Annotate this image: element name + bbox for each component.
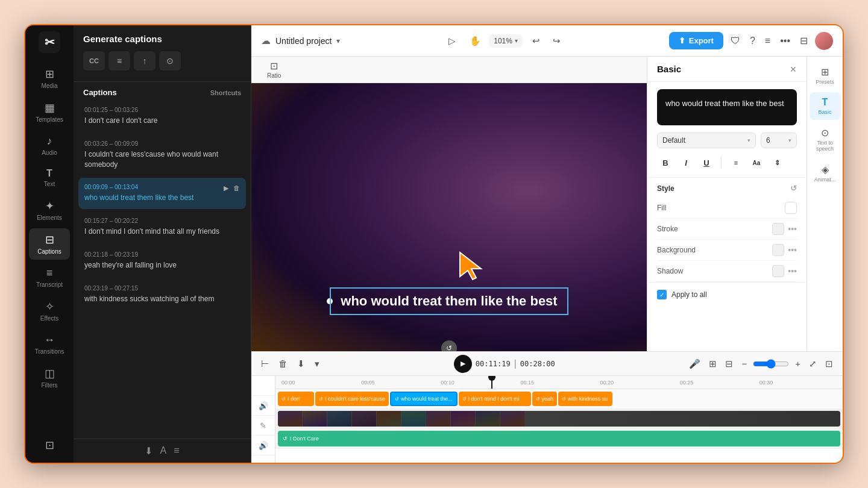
caption-clip-4[interactable]: ↺ I don't mind I don't mi xyxy=(459,392,531,406)
background-more-btn[interactable]: ••• xyxy=(788,245,797,255)
font-family-select[interactable]: Default ▾ xyxy=(657,133,756,148)
bold-btn[interactable]: B xyxy=(657,154,674,171)
stroke-swatch[interactable] xyxy=(772,223,784,235)
caption-time-4: 00:15:27 – 00:20:22 xyxy=(84,217,240,224)
preset-item-basic[interactable]: T Basic xyxy=(810,92,841,120)
edit-track-icon[interactable]: ✎ xyxy=(251,416,275,436)
caption-time-5: 00:21:18 – 00:23:19 xyxy=(84,251,240,258)
sidebar-item-text[interactable]: T Text xyxy=(29,163,70,192)
zoom-out-btn[interactable]: − xyxy=(739,356,749,371)
user-avatar[interactable] xyxy=(815,32,833,50)
preset-item-tts[interactable]: ⊙ Text to speech xyxy=(810,122,841,157)
split-tool-btn[interactable]: ⊢ xyxy=(259,356,271,372)
more-icon[interactable]: ••• xyxy=(778,33,793,49)
caption-item-3[interactable]: 00:09:09 – 00:13:04 ▶ 🗑 who would treat … xyxy=(78,178,246,209)
caption-download-icon[interactable]: ⬇ xyxy=(145,445,153,457)
sidebar-item-filters[interactable]: ◫ Filters xyxy=(29,362,70,393)
sidebar-item-media[interactable]: ⊞ Media xyxy=(29,63,70,94)
play-button[interactable]: ▶ xyxy=(454,355,472,373)
caption-tab-ai[interactable]: ⊙ xyxy=(159,51,181,70)
top-bar: ☁ Untitled project ▾ ▷ ✋ 101% ▾ ↩ ↪ ⬆ xyxy=(251,25,843,57)
timeline-playhead[interactable] xyxy=(491,376,492,389)
fullscreen-btn[interactable]: ⤢ xyxy=(807,356,819,372)
app-logo[interactable]: ✂ xyxy=(39,31,60,55)
sidebar-item-elements[interactable]: ✦ Elements xyxy=(29,195,70,226)
delete-tool-btn[interactable]: 🗑 xyxy=(276,356,290,371)
volume-track-icon[interactable]: 🔊 xyxy=(251,396,275,416)
caption-settings-icon[interactable]: ≡ xyxy=(174,445,179,457)
sidebar-item-effects[interactable]: ✧ Effects xyxy=(29,295,70,327)
subtitles-icon: ⊡ xyxy=(45,439,54,452)
preset-item-animate[interactable]: ◈ Animat... xyxy=(810,159,841,187)
project-name[interactable]: Untitled project xyxy=(275,36,332,46)
hand-tool-btn[interactable]: ✋ xyxy=(466,32,484,50)
sidebar-item-templates[interactable]: ▦ Templates xyxy=(29,96,70,128)
caption-item-5[interactable]: 00:21:18 – 00:23:19 yeah they're all fal… xyxy=(78,245,246,277)
style-refresh-icon[interactable]: ↺ xyxy=(790,184,797,193)
spacing-btn[interactable]: ⇕ xyxy=(769,154,785,171)
caption-item-2[interactable]: 00:03:26 – 00:09:09 I couldn't care less… xyxy=(78,134,246,176)
zoom-slider[interactable] xyxy=(753,359,789,369)
caption-play-btn[interactable]: ▶ xyxy=(224,184,228,192)
sidebar-item-audio[interactable]: ♪ Audio xyxy=(29,130,70,161)
video-clip[interactable] xyxy=(278,411,840,427)
caption-clip-6[interactable]: ↺ with kindness su xyxy=(558,392,612,406)
media-icon: ⊞ xyxy=(45,67,54,81)
caption-clip-5[interactable]: ↺ yeah xyxy=(532,392,558,406)
redo-btn[interactable]: ↪ xyxy=(548,32,566,50)
shadow-controls: ••• xyxy=(772,265,797,277)
audio-track-icon[interactable]: 🔊 xyxy=(251,436,275,455)
cursor-tool-btn[interactable]: ▷ xyxy=(443,32,461,50)
audio-clip[interactable]: ↺ I Don't Care xyxy=(278,431,840,446)
caption-clip-3[interactable]: ↺ who would treat the... xyxy=(390,392,458,406)
help-icon[interactable]: ? xyxy=(747,33,758,49)
caption-item-6[interactable]: 00:23:19 – 00:27:15 with kindness sucks … xyxy=(78,279,246,310)
timeline-main: 00:00 00:05 00:10 00:15 00:20 00:25 00:3… xyxy=(275,376,843,463)
sidebar-item-transitions[interactable]: ↔ Transitions xyxy=(29,329,70,360)
caption-delete-btn[interactable]: 🗑 xyxy=(233,184,240,192)
project-dropdown-icon[interactable]: ▾ xyxy=(336,37,340,45)
video-caption-text[interactable]: who would treat them like the best xyxy=(330,287,568,315)
underline-btn[interactable]: U xyxy=(698,154,715,171)
right-panel-close-btn[interactable]: ✕ xyxy=(790,64,797,74)
shadow-swatch[interactable] xyxy=(772,265,784,277)
caption-item-4[interactable]: 00:15:27 – 00:20:22 I don't mind I don't… xyxy=(78,211,246,243)
zoom-control[interactable]: 101% ▾ xyxy=(489,34,523,48)
fill-swatch[interactable] xyxy=(785,202,797,214)
zoom-in-btn[interactable]: + xyxy=(793,356,803,371)
ratio-button[interactable]: ⊡ Ratio xyxy=(261,58,287,81)
preset-item-presets[interactable]: ⊞ Presets xyxy=(810,61,841,90)
caption-clip-1[interactable]: ↺ I don' xyxy=(278,392,314,406)
format-controls: B I U ≡ Aa ⇕ xyxy=(647,154,807,177)
split-clips-btn[interactable]: ⊞ xyxy=(706,356,719,372)
caption-clip-2[interactable]: ↺ I couldn't care less'cause xyxy=(315,392,389,406)
split-view-icon[interactable]: ⊟ xyxy=(797,33,810,49)
mic-tool-btn[interactable]: 🎤 xyxy=(687,356,703,372)
caption-tab-list[interactable]: ≡ xyxy=(108,51,130,70)
timeline-settings-btn[interactable]: ⊡ xyxy=(823,356,835,372)
caption-tab-upload[interactable]: ↑ xyxy=(134,51,156,70)
font-size-select[interactable]: 6 ▾ xyxy=(761,133,797,148)
undo-btn[interactable]: ↩ xyxy=(527,32,546,50)
caption-item-1[interactable]: 00:01:25 – 00:03:26 I don't care I don't… xyxy=(78,101,246,132)
more-tool-btn[interactable]: ▾ xyxy=(312,356,322,372)
shield-icon[interactable]: 🛡 xyxy=(728,33,743,49)
caption-tab-cc[interactable]: CC xyxy=(83,51,105,70)
align-btn[interactable]: ≡ xyxy=(728,154,744,171)
italic-btn[interactable]: I xyxy=(678,154,694,171)
sidebar-item-captions[interactable]: ⊟ Captions xyxy=(29,228,70,260)
case-btn[interactable]: Aa xyxy=(748,154,765,171)
shortcuts-link[interactable]: Shortcuts xyxy=(210,89,241,96)
caption-translate-icon[interactable]: A xyxy=(160,445,166,457)
export-button[interactable]: ⬆ Export xyxy=(669,32,723,49)
align-clips-btn[interactable]: ⊟ xyxy=(723,356,735,372)
export-tool-btn[interactable]: ⬇ xyxy=(295,356,307,372)
caption-clips: ↺ I don' ↺ I couldn't care less'cause ↺ … xyxy=(278,389,840,408)
apply-all-checkbox[interactable]: ✓ xyxy=(657,290,667,299)
layers-icon[interactable]: ≡ xyxy=(763,33,773,49)
shadow-more-btn[interactable]: ••• xyxy=(788,266,797,276)
sidebar-item-subtitles[interactable]: ⊡ xyxy=(29,434,70,457)
stroke-more-btn[interactable]: ••• xyxy=(788,224,797,234)
sidebar-item-transcript[interactable]: ≡ Transcript xyxy=(29,262,70,293)
background-swatch[interactable] xyxy=(772,244,784,256)
